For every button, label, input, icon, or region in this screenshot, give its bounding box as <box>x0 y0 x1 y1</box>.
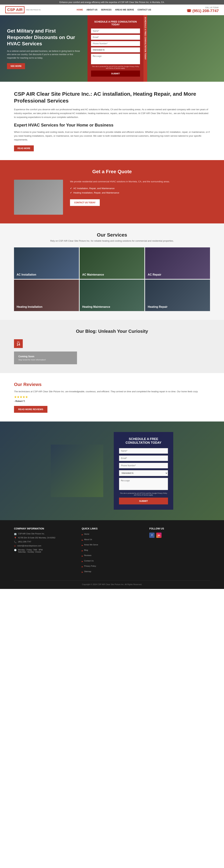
hero-name-input[interactable] <box>91 29 140 33</box>
quote-text: We provide residential and commercial HV… <box>70 180 210 184</box>
footer-email[interactable]: ✉ robert@clearsitepicture.com <box>14 545 75 547</box>
footer-link-about-anchor[interactable]: About Us <box>84 538 92 541</box>
footer-link-home-anchor[interactable]: Home <box>84 533 89 535</box>
footer-copyright: Copyright © 2024 CSP AIR Clear Site Pict… <box>14 581 210 585</box>
service-card-ac-repair[interactable]: AC Repair <box>145 247 210 279</box>
footer-link-about: ▶ About Us <box>82 538 142 542</box>
services-section: Our Services Rely on CSP AIR Clear Site … <box>0 223 224 320</box>
nav-contact[interactable]: CONTACT US <box>137 8 151 11</box>
side-label: SCHEDULE A FREE CONSULTATION TODAY <box>143 15 147 82</box>
logo-subtitle: Clear Site Picture Inc. <box>26 9 41 11</box>
service-card-heating-repair[interactable]: Heating Repair <box>145 280 210 311</box>
service-card-ac-installation[interactable]: AC Installation <box>14 247 79 279</box>
footer-quick-links-col: QUICK LINKS ▶ Home ▶ About Us ▶ Areas We… <box>82 527 142 575</box>
clock-icon: 🕐 <box>14 549 17 551</box>
footer-link-contact: ▶ Contact Us <box>82 559 142 563</box>
bottom-interested-select[interactable]: Interested In: <box>119 470 168 476</box>
blog-title: Our Blog: Unleash Your Curiosity <box>14 329 210 334</box>
hero-section: Get Military and First Responder Discoun… <box>0 15 224 82</box>
building-icon: 🏢 <box>14 533 17 535</box>
footer-company-name: 🏢 CSP AIR Clear Site Picture Inc. <box>14 533 75 535</box>
footer-company-col: COMPANY INFORMATION 🏢 CSP AIR Clear Site… <box>14 527 75 575</box>
contact-us-today-button[interactable]: CONTACT US TODAY <box>70 199 100 206</box>
hero-submit-button[interactable]: Submit <box>91 70 140 76</box>
bottom-cta-submit-button[interactable]: Submit <box>119 498 168 504</box>
blog-coming-sub: Stay tuned for more information! <box>19 359 73 361</box>
social-icons: f in <box>149 533 210 538</box>
nav-areas[interactable]: AREAS WE SERVE <box>115 8 134 11</box>
logo: CSP AIR Clear Site Picture Inc. <box>5 6 41 13</box>
bottom-cta-section: Schedule A Free Consultation Today Inter… <box>0 422 224 520</box>
read-more-reviews-button[interactable]: READ MORE REVIEWS <box>14 406 47 413</box>
copyright-text: Copyright © 2024 CSP AIR Clear Site Pict… <box>82 583 142 585</box>
footer-link-home: ▶ Home <box>82 533 142 537</box>
main-p2: When it comes to your heating and coolin… <box>14 130 210 142</box>
instagram-icon[interactable]: in <box>156 533 162 538</box>
main-h1: CSP AIR Clear Site Picture Inc.: AC inst… <box>14 90 210 104</box>
call-number[interactable]: ☎ (951) 208-7747 <box>187 8 219 13</box>
services-title: Our Services <box>14 232 210 238</box>
quote-image <box>14 180 63 215</box>
main-nav: HOME ABOUT US SERVICES AREAS WE SERVE CO… <box>77 8 151 11</box>
call-info: CALL US TODAY ☎ (951) 208-7747 <box>187 7 219 13</box>
footer-link-blog: ▶ Blog <box>82 549 142 553</box>
bottom-message-input[interactable] <box>119 478 168 490</box>
service-label-heating-installation: Heating Installation <box>17 305 42 308</box>
footer-link-areas: ▶ Areas We Serve <box>82 543 142 547</box>
services-grid: AC Installation AC Maintenance AC Repair… <box>14 247 210 311</box>
email-icon: ✉ <box>14 545 16 547</box>
bottom-phone-input[interactable] <box>119 463 168 468</box>
main-h2: Expert HVAC Services for Your Home or Bu… <box>14 123 210 128</box>
bottom-cta-image <box>51 444 103 497</box>
hero-interested-select[interactable]: Interested In: <box>91 48 140 52</box>
call-label: CALL US TODAY <box>187 7 219 8</box>
arrow-icon: ▶ <box>82 534 83 535</box>
footer-link-privacy: ▶ Privacy Policy <box>82 565 142 569</box>
nav-services[interactable]: SERVICES <box>101 8 111 11</box>
hero-privacy-text: This site is protected by reCAPTCHA and … <box>91 66 140 69</box>
main-info-section: CSP AIR Clear Site Picture Inc.: AC inst… <box>0 82 224 160</box>
blog-coming-title: Coming Soon <box>19 355 73 358</box>
bottom-email-input[interactable] <box>119 456 168 461</box>
facebook-icon[interactable]: f <box>149 533 155 538</box>
bottom-cta-title: Schedule A Free Consultation Today <box>119 437 168 444</box>
footer-phone[interactable]: 📞 (951) 208-7747 <box>14 540 75 543</box>
service-label-heating-repair: Heating Repair <box>148 305 167 308</box>
footer-quick-links-title: QUICK LINKS <box>82 527 142 530</box>
nav-home[interactable]: HOME <box>77 8 83 11</box>
footer-link-blog-anchor[interactable]: Blog <box>84 549 88 552</box>
footer-link-reviews-anchor[interactable]: Reviews <box>84 554 92 557</box>
footer-link-areas-anchor[interactable]: Areas We Serve <box>84 543 98 546</box>
footer-link-reviews: ▶ Reviews <box>82 554 142 558</box>
hero-see-more-button[interactable]: See More <box>7 63 25 69</box>
top-banner: Enhance your comfort and energy efficien… <box>0 0 224 5</box>
arrow-icon: ▶ <box>82 566 83 567</box>
footer-link-contact-anchor[interactable]: Contact Us <box>84 559 94 562</box>
service-card-ac-maintenance[interactable]: AC Maintenance <box>79 247 145 279</box>
service-card-heating-maintenance[interactable]: Heating Maintenance <box>79 280 145 311</box>
header: CSP AIR Clear Site Picture Inc. HOME ABO… <box>0 5 224 15</box>
top-banner-text: Enhance your comfort and energy efficien… <box>60 1 165 3</box>
hero-form-area: SCHEDULE A FREE CONSULTATION TODAY Inter… <box>88 15 143 82</box>
arrow-icon: ▶ <box>82 571 83 573</box>
reviews-section: Our Reviews The technicians at CSP AIR C… <box>0 373 224 422</box>
read-more-button[interactable]: READ MORE <box>14 145 34 151</box>
footer-link-sitemap: ▶ Sitemap <box>82 570 142 574</box>
blog-date-badge: JUL 14 <box>14 339 23 348</box>
hero-phone-input[interactable] <box>91 41 140 46</box>
hero-message-input[interactable] <box>91 54 140 64</box>
service-card-heating-installation[interactable]: Heating Installation <box>14 280 79 311</box>
nav-about[interactable]: ABOUT US <box>87 8 97 11</box>
reviewer-name: - Robert T. <box>14 400 210 402</box>
blog-section: Our Blog: Unleash Your Curiosity JUL 14 … <box>0 320 224 373</box>
footer-address: 📍 41705 Elm St Suite 202 Murrieta, CA 92… <box>14 537 75 539</box>
arrow-icon: ▶ <box>82 555 83 557</box>
footer-link-sitemap-anchor[interactable]: Sitemap <box>84 570 91 573</box>
footer-link-privacy-anchor[interactable]: Privacy Policy <box>84 565 96 567</box>
hero-email-input[interactable] <box>91 35 140 40</box>
logo-text: CSP AIR <box>7 7 23 12</box>
quote-section: Get a Free Quote We provide residential … <box>0 160 224 223</box>
service-label-heating-maintenance: Heating Maintenance <box>82 305 110 308</box>
reviews-title: Our Reviews <box>14 382 210 387</box>
bottom-name-input[interactable] <box>119 448 168 454</box>
